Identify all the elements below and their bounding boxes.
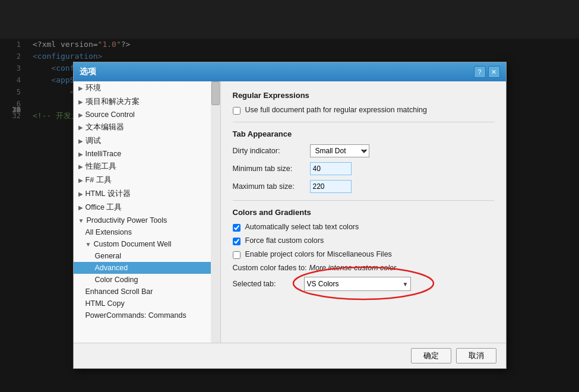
dialog-help-button[interactable]: ? <box>474 66 486 78</box>
tree-item-color-coding[interactable]: Color Coding <box>74 274 220 286</box>
regex-checkbox[interactable] <box>233 107 241 115</box>
force-flat-colors-row: Force flat custom colors <box>233 236 494 245</box>
auto-select-colors-label: Automatically select tab text colors <box>245 223 359 231</box>
tree-item-source-control[interactable]: ▶ Source Control <box>74 109 220 121</box>
tree-arrow-custom-doc-well: ▼ <box>86 241 91 248</box>
tree-item-office[interactable]: ▶ Office 工具 <box>74 201 220 214</box>
tree-arrow-productivity: ▼ <box>78 217 84 224</box>
tree-item-fsharp[interactable]: ▶ F# 工具 <box>74 173 220 187</box>
dialog-title: 选项 <box>80 67 96 77</box>
project-colors-row: Enable project colors for Miscellaneous … <box>233 250 494 259</box>
separator-1 <box>233 122 494 122</box>
tree-item-project[interactable]: ▶ 项目和解决方案 <box>74 95 220 109</box>
tree-item-all-extensions[interactable]: All Extensions <box>74 226 220 238</box>
regular-expressions-title: Regular Expressions <box>233 91 494 100</box>
selected-tab-row: Selected tab: VS Colors Custom None ▼ <box>233 277 494 291</box>
dirty-indicator-select-wrapper: Small Dot Asterisk None ▼ <box>310 144 369 157</box>
selected-tab-select[interactable]: VS Colors Custom None <box>304 277 411 291</box>
tree-item-text-editor[interactable]: ▶ 文本编辑器 <box>74 121 220 134</box>
tree-item-productivity[interactable]: ▼ Productivity Power Tools <box>74 214 220 226</box>
project-colors-checkbox[interactable] <box>233 251 241 259</box>
tab-appearance-title: Tab Appearance <box>233 129 494 138</box>
custom-color-fades-row: Custom color fades to: More intense cust… <box>233 264 494 272</box>
project-colors-label: Enable project colors for Miscellaneous … <box>245 250 392 258</box>
tree-arrow-project: ▶ <box>78 99 83 105</box>
separator-2 <box>233 200 494 201</box>
tree-arrow-office: ▶ <box>78 204 83 211</box>
min-tab-size-label: Minimum tab size: <box>233 165 310 173</box>
custom-color-fades-value: More intense custom color <box>309 264 397 272</box>
tree-scrollbar-thumb[interactable] <box>211 81 220 105</box>
tree-item-performance[interactable]: ▶ 性能工具 <box>74 160 220 173</box>
cancel-button[interactable]: 取消 <box>456 348 496 363</box>
tree-item-debug[interactable]: ▶ 调试 <box>74 134 220 148</box>
tree-arrow-source-control: ▶ <box>78 112 83 118</box>
min-tab-size-input[interactable] <box>310 162 352 175</box>
tree-item-environment[interactable]: ▶ 环境 <box>74 81 220 95</box>
dialog-title-bar: 选项 ? ✕ <box>74 62 506 81</box>
regex-checkbox-label: Use full document path for regular expre… <box>245 106 427 114</box>
dialog-close-button[interactable]: ✕ <box>488 66 500 78</box>
min-tab-size-row: Minimum tab size: <box>233 162 494 175</box>
regex-checkbox-row: Use full document path for regular expre… <box>233 106 494 115</box>
force-flat-colors-label: Force flat custom colors <box>245 236 324 245</box>
tree-item-advanced[interactable]: Advanced <box>74 262 220 274</box>
max-tab-size-input[interactable] <box>310 180 352 193</box>
tree-arrow-environment: ▶ <box>78 85 83 91</box>
tree-panel: ▶ 环境 ▶ 项目和解决方案 ▶ Source Control ▶ 文本编辑器 … <box>74 81 221 343</box>
tree-item-general[interactable]: General <box>74 250 220 262</box>
tree-arrow-performance: ▶ <box>78 163 83 170</box>
auto-select-colors-row: Automatically select tab text colors <box>233 223 494 232</box>
max-tab-size-label: Maximum tab size: <box>233 182 310 191</box>
tree-item-custom-document-well[interactable]: ▼ Custom Document Well <box>74 238 220 250</box>
selected-tab-label: Selected tab: <box>233 280 304 288</box>
auto-select-colors-checkbox[interactable] <box>233 224 241 232</box>
dialog-overlay: 选项 ? ✕ ▶ 环境 ▶ 项目和解决方案 ▶ Source Cont <box>0 39 579 392</box>
tree-arrow-text-editor: ▶ <box>78 124 83 131</box>
selected-tab-select-wrapper: VS Colors Custom None ▼ <box>304 277 411 291</box>
tree-scrollbar[interactable] <box>211 81 220 343</box>
custom-color-fades-label: Custom color fades to: <box>233 264 307 272</box>
dirty-indicator-row: Dirty indicator: Small Dot Asterisk None… <box>233 144 494 157</box>
tree-item-intellitrace[interactable]: ▶ IntelliTrace <box>74 148 220 160</box>
tree-arrow-intellitrace: ▶ <box>78 151 83 157</box>
options-dialog: 选项 ? ✕ ▶ 环境 ▶ 项目和解决方案 ▶ Source Cont <box>73 62 507 369</box>
ok-button[interactable]: 确定 <box>411 348 451 363</box>
tree-item-html-designer[interactable]: ▶ HTML 设计器 <box>74 187 220 201</box>
content-panel: Regular Expressions Use full document pa… <box>221 81 506 343</box>
tree-arrow-debug: ▶ <box>78 138 83 144</box>
tree-arrow-fsharp: ▶ <box>78 177 83 184</box>
dialog-footer: 确定 取消 <box>74 343 506 368</box>
colors-title: Colors and Gradients <box>233 208 494 217</box>
dirty-indicator-label: Dirty indicator: <box>233 147 310 155</box>
dirty-indicator-select[interactable]: Small Dot Asterisk None <box>310 144 369 157</box>
tree-item-powercommands[interactable]: PowerCommands: Commands <box>74 309 220 321</box>
tree-arrow-html-designer: ▶ <box>78 191 83 197</box>
tree-item-enhanced-scroll-bar[interactable]: Enhanced Scroll Bar <box>74 286 220 298</box>
dialog-title-buttons: ? ✕ <box>474 66 500 78</box>
force-flat-colors-checkbox[interactable] <box>233 238 241 245</box>
dialog-body: ▶ 环境 ▶ 项目和解决方案 ▶ Source Control ▶ 文本编辑器 … <box>74 81 506 343</box>
tree-item-html-copy[interactable]: HTML Copy <box>74 298 220 309</box>
max-tab-size-row: Maximum tab size: <box>233 180 494 193</box>
